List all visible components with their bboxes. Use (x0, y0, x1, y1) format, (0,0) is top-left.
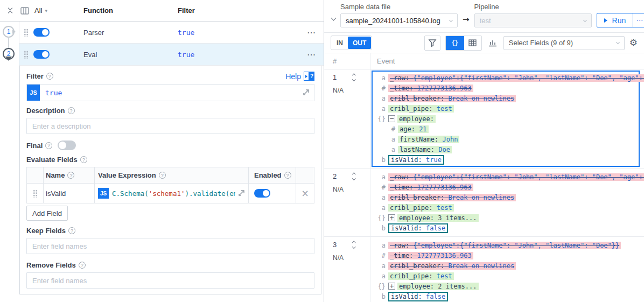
drag-handle-icon[interactable] (24, 28, 29, 37)
event-cell[interactable]: a_raw: {"employee":{"firstName": "John",… (370, 69, 644, 168)
expand-editor-icon[interactable] (302, 89, 310, 96)
help-video-icon[interactable]: ? (304, 72, 314, 81)
type-prefix: # (386, 125, 395, 133)
step-connector (8, 38, 9, 49)
eval-enabled-toggle[interactable] (33, 50, 50, 59)
filter-events-icon[interactable] (424, 36, 440, 51)
remove-field-icon[interactable]: × (301, 188, 309, 199)
description-input[interactable] (26, 118, 314, 134)
remove-fields-label: Remove Fields (26, 261, 76, 269)
event-cell[interactable]: a_raw: {"employee":{"firstName": "John",… (370, 237, 644, 302)
field-value: Break on newlines (448, 95, 514, 102)
name-column-header: Name (46, 171, 65, 179)
run-button[interactable]: Run (597, 13, 634, 27)
chart-view-icon[interactable] (488, 39, 497, 47)
select-fields-dropdown[interactable]: Select Fields (9 of 9) (503, 36, 625, 50)
function-step-2-badge[interactable]: 2 (3, 48, 15, 60)
help-circle-icon[interactable]: ? (79, 262, 86, 269)
final-label: Final (26, 142, 43, 150)
out-tab[interactable]: OUT (348, 37, 371, 49)
value-expression-input[interactable]: JS C.Schema('schema1').validate(emp… (94, 184, 248, 203)
event-field: cribl_breaker: Break on newlines (388, 95, 516, 102)
group-filter-dropdown[interactable]: All ▾ (34, 6, 47, 15)
evaluate-field-row: isValid JS C.Schema('schema1').validate(… (27, 184, 314, 203)
collapse-all-icon[interactable] (5, 6, 15, 15)
step-pointer-icon (12, 30, 18, 34)
field-enabled-toggle[interactable] (254, 189, 270, 198)
event-content[interactable]: a_raw: {"employee":{"firstName": "John",… (372, 238, 640, 302)
chevron-up-icon (352, 74, 355, 77)
event-row: 1N/Aa_raw: {"employee":{"firstName": "Jo… (324, 69, 644, 168)
final-toggle[interactable] (58, 141, 76, 150)
type-prefix: a (376, 194, 386, 201)
function-row-eval[interactable]: Eval true ⋯ (19, 44, 324, 66)
event-line: acribl_pipe: test (376, 202, 636, 213)
function-row-parser[interactable]: Parser true ⋯ (19, 22, 324, 44)
help-circle-icon[interactable]: ? (80, 156, 87, 163)
field-key: isValid: (391, 224, 422, 232)
event-field: _raw: {"employee":{"firstName": "John", … (388, 242, 621, 249)
chevron-down-icon (616, 40, 620, 44)
field-value: 1727773136.963 (417, 252, 472, 259)
in-out-toggle: IN OUT (331, 36, 372, 50)
event-line: {}+employee: 3 items... (376, 213, 636, 223)
help-circle-icon[interactable]: ? (68, 227, 75, 234)
expand-row-control[interactable] (353, 74, 355, 81)
help-circle-icon[interactable]: ? (159, 172, 166, 179)
field-value: 1727773136.963 (417, 85, 472, 92)
expand-row-control[interactable] (353, 242, 355, 248)
expression-token: C.Schema( (112, 189, 149, 198)
add-field-button[interactable]: Add Field (26, 206, 68, 221)
sample-file-value: sample_20241001-105840.log (346, 17, 446, 25)
filter-expression-input[interactable]: JS true (26, 84, 314, 101)
field-key: employee: (399, 115, 434, 123)
event-content[interactable]: a_raw: {"employee":{"firstName": "John",… (372, 170, 640, 235)
row-menu-icon[interactable]: ⋯ (307, 27, 316, 38)
keep-fields-input[interactable] (26, 238, 314, 254)
settings-gear-icon[interactable]: ⚙ (629, 38, 638, 47)
table-view-icon[interactable] (464, 36, 481, 50)
run-options-icon[interactable]: ⋯ (633, 13, 644, 27)
help-circle-icon[interactable]: ? (46, 73, 53, 80)
field-key: cribl_breaker: (390, 95, 444, 102)
event-row: 2N/Aa_raw: {"employee":{"firstName": "Jo… (324, 168, 644, 237)
type-prefix: b (376, 156, 386, 164)
json-view-icon[interactable]: {} (446, 36, 464, 50)
columns-icon[interactable] (20, 7, 29, 15)
drag-handle-icon[interactable] (33, 189, 38, 198)
field-key: _raw: (390, 173, 409, 181)
event-field: employee: 2 items... (397, 283, 479, 290)
value-expression: C.Schema('schema1').validate(emp… (112, 189, 235, 198)
expand-editor-icon[interactable] (237, 189, 245, 197)
parser-enabled-toggle[interactable] (33, 28, 50, 37)
sample-file-dropdown[interactable]: sample_20241001-105840.log (340, 13, 458, 27)
help-circle-icon[interactable]: ? (67, 172, 74, 179)
in-tab[interactable]: IN (332, 37, 348, 49)
function-rows: Parser true ⋯ Eval true ⋯ (19, 22, 324, 66)
help-circle-icon[interactable]: ? (68, 107, 75, 114)
drag-handle-icon[interactable] (24, 50, 29, 59)
help-circle-icon[interactable]: ? (284, 172, 291, 179)
event-line: a_raw: {"employee":{"firstName": "John",… (376, 73, 636, 83)
event-rows: 1N/Aa_raw: {"employee":{"firstName": "Jo… (324, 69, 644, 302)
expand-node-icon[interactable]: + (388, 283, 395, 290)
event-content-selected[interactable]: a_raw: {"employee":{"firstName": "John",… (372, 71, 640, 167)
collapse-node-icon[interactable]: − (388, 115, 395, 122)
help-circle-icon[interactable]: ? (45, 142, 52, 149)
chevron-down-icon (352, 245, 355, 248)
help-link[interactable]: Help (285, 72, 301, 81)
expand-node-icon[interactable]: + (388, 214, 395, 221)
field-name-input[interactable]: isValid (43, 184, 94, 203)
remove-fields-input[interactable] (26, 272, 314, 289)
enabled-column-header: Enabled (254, 171, 282, 179)
function-step-1-badge[interactable]: 1 (3, 26, 15, 38)
event-field: _time: 1727773136.963 (388, 252, 473, 259)
expand-row-control[interactable] (353, 173, 355, 180)
type-prefix: # (376, 184, 386, 191)
event-cell[interactable]: a_raw: {"employee":{"firstName": "John",… (370, 168, 644, 236)
collapse-preview-icon[interactable] (332, 13, 335, 22)
row-menu-icon[interactable]: ⋯ (307, 50, 316, 60)
field-key: lastName: (400, 146, 435, 153)
field-value: 3 items... (438, 214, 477, 222)
evaluate-fields-table: Name? Value Expression? Enabled? isValid… (26, 167, 314, 203)
